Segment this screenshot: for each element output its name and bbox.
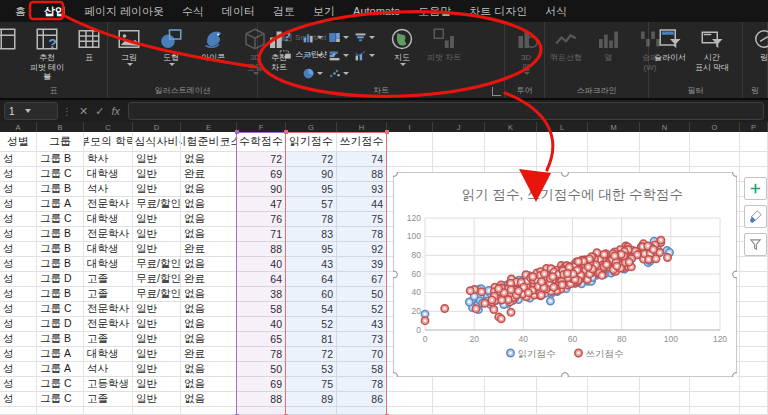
column-header-O[interactable]: O [690, 122, 740, 132]
cell[interactable]: 52 [286, 317, 337, 332]
picture-button[interactable]: 그림 [108, 25, 150, 66]
tab-formulas[interactable]: 수식 [173, 0, 213, 22]
cancel-icon[interactable]: ✕ [79, 105, 88, 118]
cell[interactable]: 86 [337, 392, 387, 407]
cell[interactable]: 학사 [84, 152, 133, 167]
timeline-button[interactable]: 시간 표시 막대 [691, 25, 733, 72]
cell[interactable]: 없음 [181, 332, 237, 347]
cell[interactable]: 성 [0, 362, 37, 377]
column-header-K[interactable]: K [485, 122, 537, 132]
cell[interactable] [588, 377, 640, 392]
cell[interactable]: 67 [337, 272, 387, 287]
cell[interactable]: 대학생 [84, 257, 133, 272]
cell[interactable] [537, 392, 588, 407]
cell[interactable]: 44 [337, 197, 387, 212]
math-range-highlight-handle[interactable] [235, 130, 239, 134]
cell[interactable] [740, 302, 768, 317]
cell[interactable] [537, 407, 588, 415]
cell[interactable]: 78 [337, 377, 387, 392]
cell[interactable] [690, 392, 740, 407]
cell[interactable]: 전문학사 [84, 197, 133, 212]
cell[interactable] [485, 392, 537, 407]
cell[interactable]: 72 [286, 347, 337, 362]
link-button[interactable]: 링 [743, 25, 768, 63]
cell[interactable]: 일반 [133, 227, 181, 242]
column-chart-button[interactable] [302, 29, 327, 46]
column-header-H[interactable]: H [337, 122, 387, 132]
cell[interactable] [690, 377, 740, 392]
cell[interactable]: 없음 [181, 287, 237, 302]
cell[interactable]: 없음 [181, 377, 237, 392]
cell[interactable]: 무료/할인 [133, 272, 181, 287]
recommended-chart-button[interactable]: ?추천 차트 [258, 25, 300, 72]
cell[interactable] [337, 407, 387, 415]
chart-brush-button[interactable] [744, 205, 767, 228]
cell[interactable]: 전문학사 [84, 302, 133, 317]
cell[interactable]: 69 [237, 377, 286, 392]
score-range-highlight-handle[interactable] [385, 130, 389, 134]
cell[interactable]: 없음 [181, 152, 237, 167]
cell[interactable]: 95 [286, 182, 337, 197]
cell[interactable]: 일반 [133, 332, 181, 347]
cell[interactable] [133, 407, 181, 415]
cell[interactable] [433, 132, 485, 152]
cell[interactable]: 없음 [181, 182, 237, 197]
cell[interactable]: 69 [237, 167, 286, 182]
cell[interactable]: 40 [237, 317, 286, 332]
map-button[interactable]: 지도 [381, 25, 423, 66]
cell[interactable]: 일반 [133, 167, 181, 182]
cell[interactable] [740, 347, 768, 362]
cell[interactable]: 없음 [181, 227, 237, 242]
cell[interactable] [740, 152, 768, 167]
cell[interactable]: 47 [237, 197, 286, 212]
cell[interactable]: 43 [337, 317, 387, 332]
cell[interactable]: 고졸 [84, 272, 133, 287]
tab-review[interactable]: 검토 [264, 0, 304, 22]
cell[interactable]: 그룹 A [37, 362, 84, 377]
cell[interactable]: 고졸 [84, 332, 133, 347]
tab-page-layout[interactable]: 페이지 레이아웃 [75, 0, 173, 22]
cell[interactable]: 없음 [181, 362, 237, 377]
cell[interactable]: 성 [0, 272, 37, 287]
cell[interactable]: 그룹 C [37, 377, 84, 392]
cell[interactable]: 38 [237, 287, 286, 302]
cell[interactable] [640, 392, 690, 407]
cell[interactable] [740, 272, 768, 287]
cell[interactable]: 없음 [181, 257, 237, 272]
cell[interactable] [537, 152, 588, 167]
cell[interactable]: 성 [0, 227, 37, 242]
tab-data[interactable]: 데이터 [213, 0, 264, 22]
cell[interactable]: 90 [286, 167, 337, 182]
cell[interactable]: 93 [337, 182, 387, 197]
cell[interactable]: 쓰기점수 [337, 132, 387, 152]
icons-button[interactable]: 아이콘 [192, 25, 234, 63]
cell[interactable]: 고등학생 [84, 377, 133, 392]
cell[interactable] [740, 317, 768, 332]
cell[interactable]: 40 [237, 257, 286, 272]
cell[interactable]: 64 [237, 272, 286, 287]
cell[interactable]: 52 [337, 302, 387, 317]
column-header-J[interactable]: J [433, 122, 485, 132]
cell[interactable]: 88 [237, 242, 286, 257]
tab-chart-design[interactable]: 차트 디자인 [460, 0, 536, 22]
cell[interactable]: 그룹 B [37, 227, 84, 242]
cell[interactable]: 72 [237, 152, 286, 167]
cell[interactable] [588, 407, 640, 415]
cell[interactable]: 대학생 [84, 212, 133, 227]
cell[interactable]: 석사 [84, 362, 133, 377]
cell[interactable]: 그룹 C [37, 392, 84, 407]
cell[interactable] [387, 152, 433, 167]
shapes-button[interactable]: 도형 [150, 25, 192, 66]
cell[interactable]: 일반 [133, 362, 181, 377]
cell[interactable]: 없음 [181, 392, 237, 407]
cell[interactable]: 일반 [133, 212, 181, 227]
cell[interactable]: 대학생 [84, 242, 133, 257]
cell[interactable]: 완료 [181, 242, 237, 257]
cell[interactable] [740, 392, 768, 407]
cell[interactable] [485, 132, 537, 152]
cell[interactable]: 일반 [133, 242, 181, 257]
cell[interactable]: 무료/할인 [133, 197, 181, 212]
chart-funnel-button[interactable] [744, 233, 767, 256]
cell[interactable]: 없음 [181, 197, 237, 212]
cell[interactable]: 일반 [133, 347, 181, 362]
